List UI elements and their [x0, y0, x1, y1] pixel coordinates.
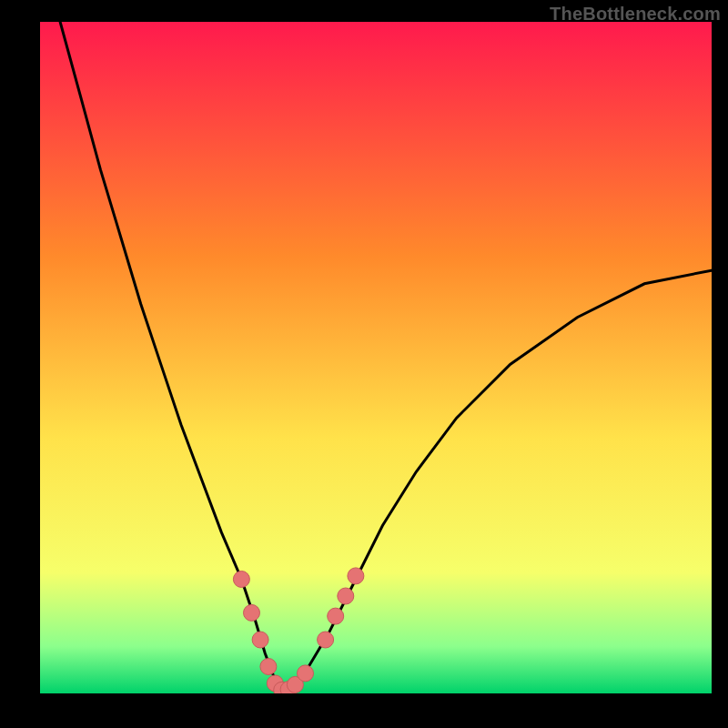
data-point — [252, 632, 268, 648]
data-point — [338, 588, 354, 604]
plot-area — [40, 22, 712, 693]
data-point — [318, 632, 334, 648]
data-point — [348, 568, 364, 584]
data-point — [298, 665, 314, 682]
data-point — [244, 604, 260, 621]
data-point — [260, 659, 277, 675]
data-point — [328, 608, 344, 624]
data-point — [233, 571, 249, 588]
gradient-background — [40, 22, 712, 693]
plot-svg — [40, 22, 712, 693]
chart-frame: TheBottleneck.com — [0, 0, 728, 728]
watermark-text: TheBottleneck.com — [550, 4, 721, 25]
